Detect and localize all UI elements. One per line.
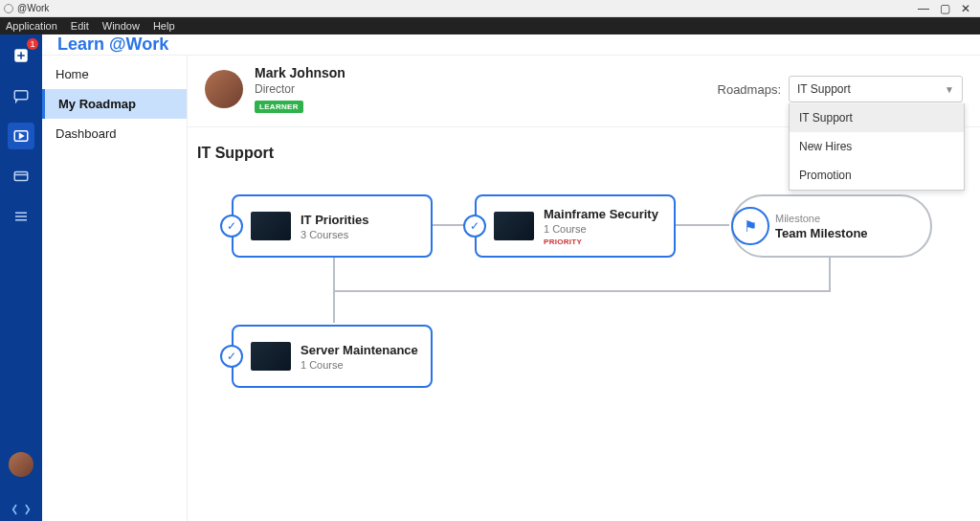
sidebar-item-home[interactable]: Home [42,59,187,89]
learner-badge: LEARNER [255,101,303,113]
sidebar: Home My Roadmap Dashboard [42,56,188,521]
dropdown-selected: IT Support [797,82,851,96]
card-it-priorities[interactable]: ✓ IT Priorities 3 Courses [232,194,433,258]
chevron-down-icon: ▼ [945,84,954,95]
menu-application[interactable]: Application [6,20,57,32]
menu-edit[interactable]: Edit [71,20,89,32]
card-thumbnail [251,342,291,371]
dropdown-option-label: Promotion [799,169,852,182]
rail-card-icon[interactable] [8,163,34,190]
sidebar-item-dashboard[interactable]: Dashboard [42,119,187,148]
rail-chat-icon[interactable] [8,82,34,109]
main-panel: Mark Johnson Director LEARNER Roadmaps: … [188,56,980,521]
minimize-button[interactable]: — [913,2,934,15]
card-title: Server Maintenance [301,343,418,357]
notification-badge: 1 [27,38,38,50]
roadmaps-label: Roadmaps: [718,82,781,97]
dropdown-option-new-hires[interactable]: New Hires [790,132,964,161]
dropdown-option-label: New Hires [799,140,852,153]
roadmap-canvas: ✓ IT Priorities 3 Courses ✓ Mainframe Se… [188,162,980,521]
check-icon: ✓ [463,215,486,238]
menu-help[interactable]: Help [153,20,175,32]
card-subtitle: 3 Courses [301,229,369,240]
close-button[interactable]: ✕ [955,2,976,15]
menu-window[interactable]: Window [102,20,140,32]
rail-logo[interactable]: 1 [8,42,34,69]
profile-avatar[interactable] [205,70,243,108]
topbar: Learn @Work [42,34,980,56]
rail-sync-icon[interactable] [0,498,42,521]
card-subtitle: 1 Course [301,359,418,371]
rail-learn-icon[interactable] [8,123,34,149]
connector [829,258,831,292]
profile-role: Director [255,82,345,96]
priority-badge: PRIORITY [544,238,658,246]
svg-rect-3 [14,172,28,181]
rail-menu-icon[interactable] [8,203,34,230]
profile-row: Mark Johnson Director LEARNER Roadmaps: … [188,56,980,127]
rail-avatar[interactable] [9,452,33,477]
left-rail: 1 [0,34,42,521]
card-title: IT Priorities [301,213,369,227]
titlebar: @Work — ▢ ✕ [0,0,980,17]
sidebar-item-my-roadmap[interactable]: My Roadmap [42,89,187,119]
card-title: Mainframe Security [544,207,658,221]
milestone-title: Team Milestone [775,226,868,240]
connector [333,290,831,292]
dropdown-menu: IT Support New Hires Promotion [789,103,965,191]
sidebar-item-label: Dashboard [56,126,117,141]
menubar: Application Edit Window Help [0,17,980,34]
dropdown-option-promotion[interactable]: Promotion [790,161,964,190]
check-icon: ✓ [220,345,243,368]
card-mainframe-security[interactable]: ✓ Mainframe Security 1 Course PRIORITY [475,194,676,258]
flag-icon: ⚑ [731,207,769,245]
dropdown-option-label: IT Support [799,111,853,125]
card-thumbnail [494,212,534,240]
maximize-button[interactable]: ▢ [934,2,955,15]
card-subtitle: 1 Course [544,223,658,235]
roadmaps-dropdown[interactable]: IT Support ▼ IT Support New Hires Promot… [789,76,963,102]
check-icon: ✓ [220,215,243,238]
card-thumbnail [251,212,291,240]
milestone-label: Milestone [775,213,868,224]
connector [676,224,729,226]
sidebar-item-label: My Roadmap [58,97,136,111]
card-server-maintenance[interactable]: ✓ Server Maintenance 1 Course [232,325,433,388]
milestone-card[interactable]: ⚑ Milestone Team Milestone [731,194,932,258]
window-title: @Work [17,3,49,13]
dropdown-option-it-support[interactable]: IT Support [790,103,964,132]
sidebar-item-label: Home [56,67,89,81]
svg-rect-1 [14,91,28,100]
profile-name: Mark Johnson [255,65,345,80]
app-icon [4,4,13,13]
app-title: Learn @Work [57,34,168,55]
